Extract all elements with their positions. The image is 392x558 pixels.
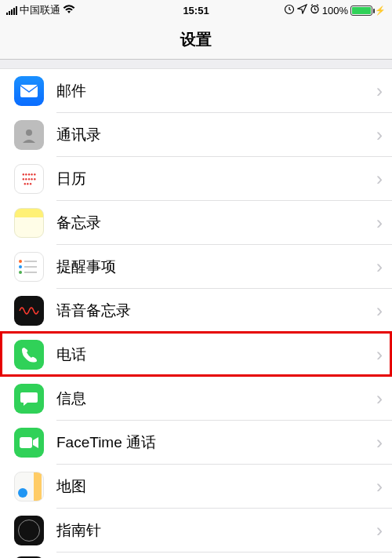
chevron-right-icon: › (376, 212, 383, 234)
svg-rect-4 (20, 437, 32, 448)
settings-list: 邮件 › 通讯录 › ●●●●● ●●●●● ●●● 日历 › 备忘录 › 提醒… (0, 69, 392, 558)
status-bar: 中国联通 15:51 100% ⚡ (0, 0, 392, 20)
nav-bar: 设置 (0, 20, 392, 60)
chevron-right-icon: › (376, 388, 383, 410)
notes-icon (14, 208, 44, 238)
alarm-icon (310, 4, 320, 16)
messages-icon (14, 384, 44, 414)
reminders-icon (14, 252, 44, 282)
row-measure[interactable]: 测距仪 › (0, 553, 392, 558)
row-phone[interactable]: 电话 › (0, 333, 392, 377)
chevron-right-icon: › (376, 124, 383, 146)
svg-point-3 (26, 129, 32, 136)
status-left: 中国联通 (6, 3, 75, 17)
voice-memos-icon (14, 296, 44, 326)
row-contacts[interactable]: 通讯录 › (0, 113, 392, 157)
compass-icon (14, 516, 44, 545)
row-label: 通讯录 (56, 125, 376, 145)
chevron-right-icon: › (376, 520, 383, 542)
row-voice-memos[interactable]: 语音备忘录 › (0, 289, 392, 333)
wifi-icon (63, 5, 75, 16)
row-facetime[interactable]: FaceTime 通话 › (0, 421, 392, 465)
row-mail[interactable]: 邮件 › (0, 69, 392, 113)
page-title: 设置 (180, 29, 212, 50)
chevron-right-icon: › (376, 300, 383, 322)
lock-rotation-icon (284, 4, 295, 17)
status-right: 100% ⚡ (284, 4, 386, 17)
facetime-icon (14, 428, 44, 458)
chevron-right-icon: › (376, 432, 383, 454)
battery-icon (350, 5, 372, 16)
chevron-right-icon: › (376, 344, 383, 366)
row-label: 提醒事项 (56, 257, 376, 277)
calendar-icon: ●●●●● ●●●●● ●●● (14, 164, 44, 194)
phone-icon (14, 340, 44, 370)
mail-icon (14, 76, 44, 106)
carrier-label: 中国联通 (20, 3, 60, 17)
row-label: 地图 (56, 476, 376, 497)
row-label: FaceTime 通话 (56, 432, 376, 453)
chevron-right-icon: › (376, 476, 383, 498)
row-label: 指南针 (56, 520, 376, 541)
row-calendar[interactable]: ●●●●● ●●●●● ●●● 日历 › (0, 157, 392, 201)
location-icon (297, 4, 307, 16)
row-label: 备忘录 (56, 213, 376, 233)
row-compass[interactable]: 指南针 › (0, 509, 392, 553)
row-notes[interactable]: 备忘录 › (0, 201, 392, 245)
contacts-icon (14, 120, 44, 150)
maps-icon (14, 472, 44, 501)
section-spacer (0, 60, 392, 69)
chevron-right-icon: › (376, 256, 383, 278)
row-reminders[interactable]: 提醒事项 › (0, 245, 392, 289)
battery-pct: 100% (322, 5, 348, 16)
row-label: 邮件 (56, 81, 376, 101)
row-maps[interactable]: 地图 › (0, 465, 392, 509)
row-label: 语音备忘录 (56, 301, 376, 321)
row-messages[interactable]: 信息 › (0, 377, 392, 421)
charging-icon: ⚡ (375, 5, 386, 16)
row-label: 信息 (56, 388, 376, 409)
chevron-right-icon: › (376, 80, 383, 102)
row-label: 日历 (56, 169, 376, 189)
svg-rect-2 (20, 85, 38, 97)
row-label: 电话 (56, 345, 376, 365)
signal-icon (6, 6, 17, 15)
chevron-right-icon: › (376, 168, 383, 190)
